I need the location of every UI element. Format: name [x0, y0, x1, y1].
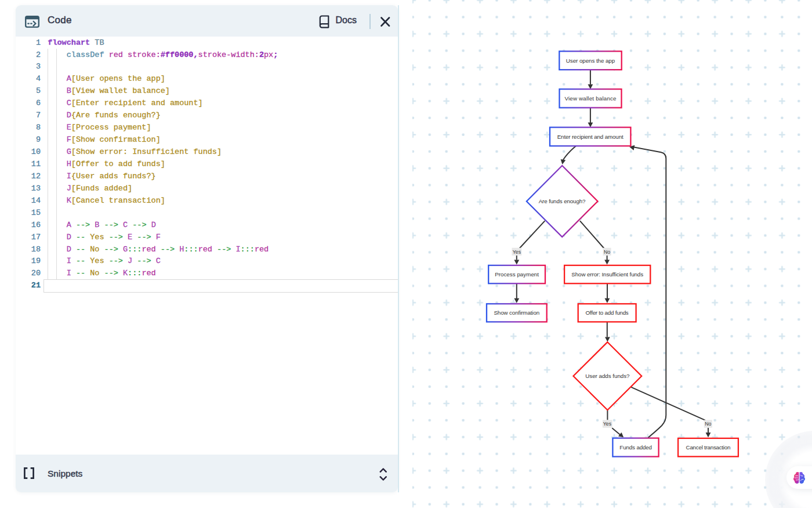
svg-text:Process payment: Process payment — [495, 271, 539, 278]
svg-text:User adds funds?: User adds funds? — [585, 373, 630, 379]
svg-text:Yes: Yes — [513, 249, 521, 255]
svg-text:Enter recipient and amount: Enter recipient and amount — [557, 134, 624, 140]
svg-text:Cancel transaction: Cancel transaction — [686, 444, 731, 451]
svg-text:Funds added: Funds added — [619, 444, 652, 451]
svg-text:User opens the app: User opens the app — [566, 57, 615, 64]
svg-text:No: No — [604, 249, 610, 255]
svg-text:Offer to add funds: Offer to add funds — [585, 309, 628, 316]
svg-text:Show confirmation: Show confirmation — [494, 309, 539, 316]
svg-text:View wallet balance: View wallet balance — [564, 95, 617, 102]
svg-text:Show error: Insufficient funds: Show error: Insufficient funds — [571, 271, 643, 278]
svg-text:Yes: Yes — [603, 421, 612, 427]
svg-text:Are funds enough?: Are funds enough? — [539, 198, 586, 204]
svg-text:No: No — [705, 421, 711, 427]
